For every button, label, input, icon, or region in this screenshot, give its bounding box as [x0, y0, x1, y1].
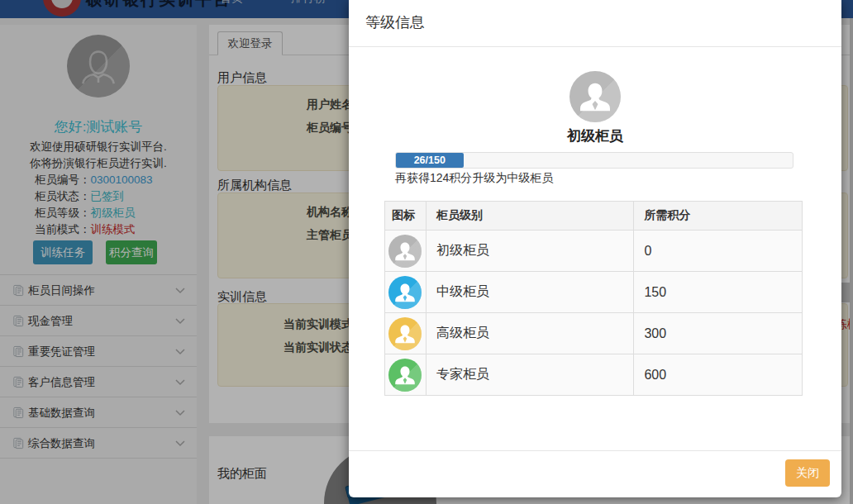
level-info-modal: 等级信息 初级柜员 26/150 再获得124积分升级为中级柜员 图标 柜员级别… — [349, 0, 841, 497]
table-row: 专家柜员 600 — [385, 354, 803, 396]
points-cell: 150 — [634, 272, 803, 313]
table-row: 初级柜员 0 — [385, 231, 803, 272]
person-icon — [574, 75, 617, 118]
level-cell: 中级柜员 — [426, 272, 633, 313]
header-points: 所需积分 — [634, 202, 803, 231]
points-cell: 300 — [634, 313, 803, 354]
level-cell: 高级柜员 — [426, 313, 633, 354]
current-level-avatar — [569, 71, 621, 122]
level-cell: 初级柜员 — [426, 231, 633, 272]
modal-header: 等级信息 — [349, 0, 841, 47]
modal-footer: 关闭 — [349, 450, 841, 497]
modal-body: 初级柜员 26/150 再获得124积分升级为中级柜员 图标 柜员级别 所需积分… — [349, 47, 841, 450]
intermediate-teller-avatar-icon — [388, 276, 422, 309]
table-row: 中级柜员 150 — [385, 272, 803, 313]
header-level: 柜员级别 — [426, 202, 633, 231]
level-progress-fill: 26/150 — [396, 153, 464, 168]
table-row: 高级柜员 300 — [385, 313, 803, 354]
points-cell: 600 — [634, 354, 803, 396]
level-table: 图标 柜员级别 所需积分 初级柜员 0 中级柜员 150 — [384, 201, 803, 396]
modal-title: 等级信息 — [365, 12, 425, 32]
junior-teller-avatar-icon — [388, 235, 422, 268]
level-progress-bar: 26/150 — [395, 152, 793, 169]
header-icon: 图标 — [385, 202, 426, 231]
close-button[interactable]: 关闭 — [785, 459, 830, 487]
expert-teller-avatar-icon — [388, 359, 422, 392]
current-level-name: 初级柜员 — [349, 126, 841, 145]
upgrade-hint-text: 再获得124积分升级为中级柜员 — [395, 171, 553, 186]
level-table-header-row: 图标 柜员级别 所需积分 — [385, 202, 803, 231]
points-cell: 0 — [634, 231, 803, 272]
senior-teller-avatar-icon — [388, 317, 422, 350]
level-cell: 专家柜员 — [426, 354, 633, 396]
